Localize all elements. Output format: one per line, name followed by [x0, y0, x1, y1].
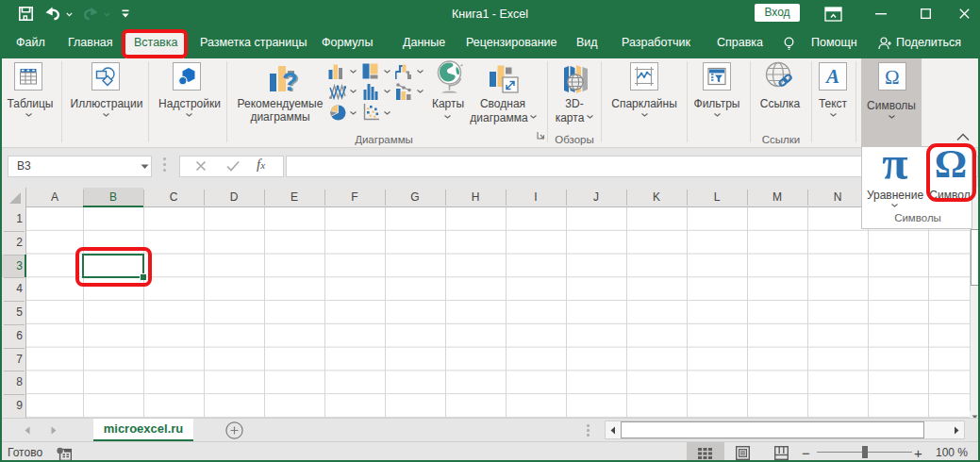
svg-text:A: A — [824, 65, 839, 88]
svg-text:?: ? — [282, 68, 298, 94]
svg-text:Ω: Ω — [885, 66, 900, 89]
